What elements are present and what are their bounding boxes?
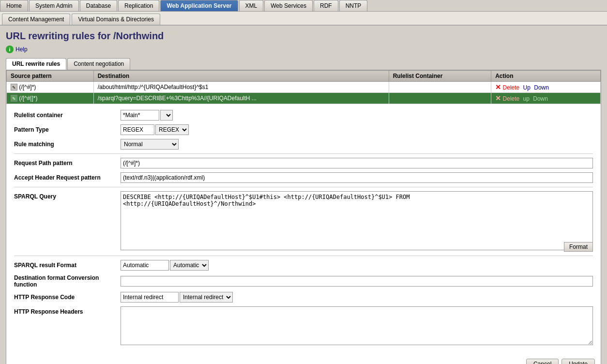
top-nav: Home System Admin Database Replication W… (0, 0, 607, 12)
form-area: Rulelist container Pattern Type REGEX Ru… (6, 104, 601, 355)
rulelist-container-row: Rulelist container (14, 110, 593, 121)
destination-format-input[interactable] (121, 276, 593, 287)
row1-rulelist-container (389, 82, 491, 93)
page-title: URL rewriting rules for /Northwind (6, 30, 601, 42)
nav-item-nntp[interactable]: NNTP (339, 0, 368, 11)
sparql-query-textarea[interactable]: DESCRIBE <http://{URIQADefaultHost}^$U1#… (121, 191, 593, 250)
col-header-destination: Destination (93, 71, 389, 82)
http-response-headers-label: HTTP Response Headers (14, 306, 121, 315)
tab-bar: URL rewrite rules Content negotiation (6, 58, 601, 70)
pattern-type-input[interactable] (121, 124, 154, 135)
nav-content-management[interactable]: Content Management (2, 14, 70, 25)
nav-item-home[interactable]: Home (0, 0, 28, 11)
row2-source-pattern: (/[^#|]*) (19, 95, 37, 102)
http-response-headers-textarea[interactable] (121, 306, 593, 345)
help-text: Help (15, 46, 28, 53)
nav-item-web-services[interactable]: Web Services (264, 0, 313, 11)
row2-delete-x-icon[interactable]: ✕ (495, 94, 501, 102)
rulelist-container-select[interactable] (160, 110, 173, 121)
rule-matching-label: Rule matching (14, 141, 121, 148)
row1-delete-x-icon[interactable]: ✕ (495, 83, 501, 91)
cancel-button[interactable]: Cancel (526, 359, 559, 364)
row2-destination: /sparql?query=DESCRIBE+%3Chttp%3A//{URIQ… (93, 93, 389, 104)
help-icon: i (6, 46, 14, 53)
row1-delete-link[interactable]: Delete (503, 84, 520, 91)
row1-down-link[interactable]: Down (534, 84, 549, 91)
pattern-type-label: Pattern Type (14, 126, 121, 133)
update-button[interactable]: Update (561, 359, 595, 364)
row1-up-link[interactable]: Up (523, 84, 531, 91)
nav-virtual-domains[interactable]: Virtual Domains & Directories (72, 14, 160, 25)
rulelist-container-input[interactable] (121, 110, 159, 121)
row2-rulelist-container (389, 93, 491, 104)
pattern-type-select[interactable]: REGEX (155, 124, 189, 135)
destination-format-row: Destination format Conversion function (14, 274, 593, 288)
accept-header-row: Accept Header Request pattern (14, 172, 593, 183)
rulelist-container-label: Rulelist container (14, 112, 121, 119)
sparql-result-format-row: SPARQL result Format Automatic (14, 260, 593, 271)
request-path-label: Request Path pattern (14, 160, 121, 167)
tab-content-negotiation[interactable]: Content negotiation (67, 58, 130, 70)
request-path-input[interactable] (121, 158, 593, 168)
pattern-type-row: Pattern Type REGEX (14, 124, 593, 135)
col-header-action: Action (491, 71, 601, 82)
second-nav: Content Management Virtual Domains & Dir… (0, 12, 607, 26)
sparql-query-label: SPARQL Query (14, 191, 121, 200)
col-header-rulelist-container: Rulelist Container (389, 71, 491, 82)
format-button[interactable]: Format (564, 242, 593, 252)
http-response-headers-row: HTTP Response Headers (14, 306, 593, 345)
tab-url-rewrite-rules[interactable]: URL rewrite rules (6, 58, 66, 70)
nav-item-rdf[interactable]: RDF (314, 0, 338, 11)
main-panel: Source pattern Destination Rulelist Cont… (6, 70, 601, 364)
rules-table: Source pattern Destination Rulelist Cont… (6, 70, 601, 104)
nav-item-system-admin[interactable]: System Admin (29, 0, 79, 11)
accept-header-input[interactable] (121, 172, 593, 183)
destination-format-label: Destination format Conversion function (14, 274, 121, 288)
sparql-result-format-label: SPARQL result Format (14, 262, 121, 269)
page-content: URL rewriting rules for /Northwind i Hel… (0, 26, 607, 364)
sparql-result-format-select[interactable]: Automatic (170, 260, 209, 271)
row1-source-pattern: (/[^#]*) (19, 84, 36, 91)
accept-header-label: Accept Header Request pattern (14, 174, 121, 181)
nav-item-xml[interactable]: XML (239, 0, 264, 11)
row2-up-link[interactable]: up (523, 95, 530, 102)
help-link[interactable]: i Help (6, 46, 601, 53)
row2-down-link[interactable]: Down (533, 95, 548, 102)
nav-item-replication[interactable]: Replication (118, 0, 159, 11)
http-response-code-select[interactable]: Internal redirect (180, 292, 233, 303)
nav-item-web-application-server[interactable]: Web Application Server (160, 0, 238, 11)
edit-row1-icon[interactable]: ✎ (11, 84, 17, 91)
rule-matching-row: Rule matching Normal (14, 139, 593, 150)
col-header-source-pattern: Source pattern (7, 71, 94, 82)
nav-item-database[interactable]: Database (80, 0, 117, 11)
edit-row2-icon[interactable]: ✎ (11, 95, 17, 102)
http-response-code-row: HTTP Response Code Internal redirect (14, 292, 593, 303)
sparql-query-row: SPARQL Query DESCRIBE <http://{URIQADefa… (14, 191, 593, 252)
sparql-result-format-input[interactable] (121, 260, 169, 271)
row1-destination: /about/html/http:/^{URIQADefaultHost}^$s… (93, 82, 389, 93)
rule-matching-select[interactable]: Normal (121, 139, 179, 150)
table-row: ✎ (/[^#|]*) /sparql?query=DESCRIBE+%3Cht… (7, 93, 601, 104)
http-response-code-input[interactable] (121, 292, 179, 303)
request-path-row: Request Path pattern (14, 158, 593, 168)
table-row: ✎ (/[^#]*) /about/html/http:/^{URIQADefa… (7, 82, 601, 93)
footer-buttons: Cancel Update (6, 355, 601, 364)
row2-delete-link[interactable]: Delete (503, 95, 520, 102)
http-response-code-label: HTTP Response Code (14, 294, 121, 301)
